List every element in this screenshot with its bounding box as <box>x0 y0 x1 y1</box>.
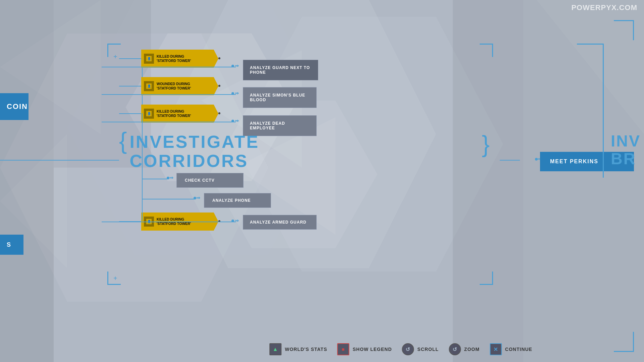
connector-meet-perkins <box>500 160 520 161</box>
r1-button[interactable]: ↺ <box>402 343 414 355</box>
frame-corner-tr2 <box>614 20 634 40</box>
central-title: INVESTIGATE CORRIDORS <box>129 132 259 171</box>
toolbar: ▲ WORLD'S STATS ■ SHOW LEGEND ↺ SCROLL ↺… <box>269 343 532 355</box>
watermark: POWERPYX.COM <box>571 3 637 12</box>
action-box-analyze-phone[interactable]: ANALYZE PHONE <box>204 193 271 208</box>
connector-phone <box>142 199 196 199</box>
dot-armed <box>231 220 234 222</box>
connector-cctv <box>142 179 169 179</box>
dot-phone <box>194 197 196 199</box>
dot-cctv <box>167 177 169 179</box>
connector-3 <box>102 122 236 122</box>
action-box-analyze-guard-phone[interactable]: ANALYZE GUARD NEXT TO PHONE <box>243 60 318 80</box>
action-box-analyze-armed-guard[interactable]: ANALYZE ARMED GUARD <box>243 215 317 230</box>
l1-button[interactable]: ↺ <box>449 343 461 355</box>
left-panel-bottom: S <box>0 235 23 255</box>
central-title-container: { INVESTIGATE CORRIDORS <box>119 131 259 171</box>
left-panel-coin: COIN <box>0 93 29 120</box>
right-frame-top <box>577 44 604 45</box>
frame-corner-br <box>480 272 493 285</box>
triangle-button[interactable]: ▲ <box>269 343 281 355</box>
plus-marker-tl: + <box>113 53 117 61</box>
square-button[interactable]: ■ <box>337 343 350 355</box>
dot-2 <box>231 92 234 95</box>
action-box-check-cctv[interactable]: CHECK CCTV <box>176 173 244 188</box>
right-partial-title: INV BR <box>607 131 644 170</box>
connector-armed <box>102 222 236 222</box>
toolbar-continue[interactable]: ✕ CONTINUE <box>490 343 532 355</box>
toolbar-worlds-stats[interactable]: ▲ WORLD'S STATS <box>269 343 327 355</box>
toolbar-show-legend[interactable]: ■ SHOW LEGEND <box>337 343 392 355</box>
connector-1 <box>102 67 236 67</box>
dot-1 <box>231 65 234 67</box>
toolbar-zoom[interactable]: ↺ ZOOM <box>449 343 480 355</box>
toolbar-scroll[interactable]: ↺ SCROLL <box>402 343 439 355</box>
h-connector-left <box>0 160 119 161</box>
frame-corner-br2 <box>614 332 634 352</box>
right-frame-line <box>603 44 604 178</box>
dot-3 <box>231 120 234 122</box>
x-button[interactable]: ✕ <box>490 343 502 355</box>
action-box-analyze-simon-blood[interactable]: ANALYZE SIMON'S BLUE BLOOD <box>243 87 317 108</box>
frame-corner-tr <box>480 44 493 57</box>
plus-marker-bl: + <box>113 275 117 282</box>
right-brace: } <box>482 132 490 156</box>
connector-2 <box>102 94 236 95</box>
